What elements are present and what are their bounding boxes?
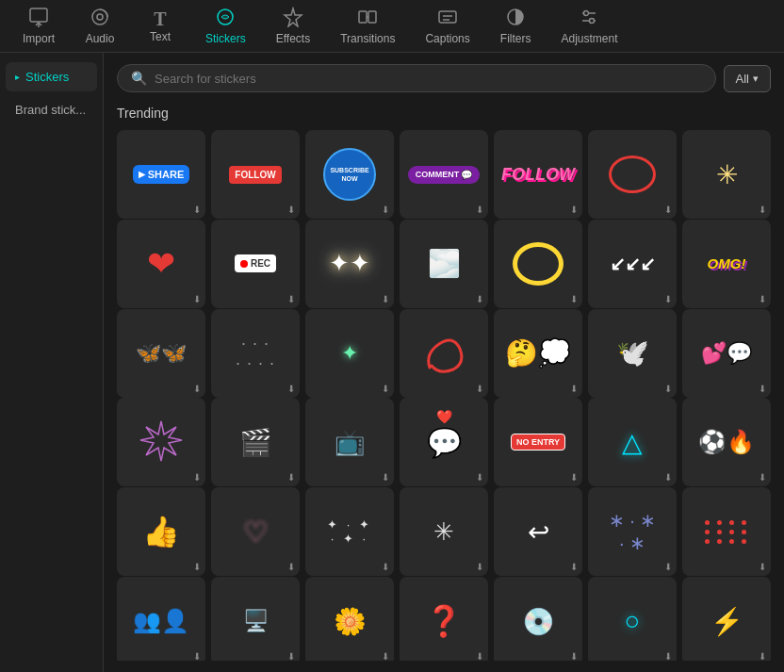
transitions-label: Transitions xyxy=(340,32,395,45)
download-icon: ⬇ xyxy=(664,205,672,215)
transitions-icon xyxy=(357,7,378,30)
sticker-tv[interactable]: 📺 ⬇ xyxy=(305,398,394,486)
sticker-follow-pink[interactable]: FOLLOW ⬇ xyxy=(494,130,582,219)
nav-item-captions[interactable]: Captions xyxy=(412,1,482,51)
download-icon: ⬇ xyxy=(287,562,295,572)
sticker-triangle-neon[interactable]: △ ⬇ xyxy=(588,398,677,486)
sticker-butterflies[interactable]: 🦋🦋 ⬇ xyxy=(117,309,205,398)
download-icon: ⬇ xyxy=(382,384,389,394)
stickers-icon xyxy=(215,7,236,30)
nav-item-stickers[interactable]: Stickers xyxy=(192,1,259,51)
sidebar-item-stickers[interactable]: ▸ Stickers xyxy=(6,62,97,91)
sticker-dove[interactable]: 🕊️ ⬇ xyxy=(588,309,677,398)
download-icon: ⬇ xyxy=(287,651,295,661)
sticker-no-entry[interactable]: NO ENTRY ⬇ xyxy=(494,398,582,486)
sticker-oval-red[interactable]: ⬇ xyxy=(588,130,677,219)
captions-icon xyxy=(437,7,458,30)
sticker-heart[interactable]: ❤ ⬇ xyxy=(117,220,205,308)
sticker-soft-heart[interactable]: ♡ ⬇ xyxy=(211,487,300,576)
download-icon: ⬇ xyxy=(193,294,201,304)
sticker-green-laser[interactable]: ✦ ⬇ xyxy=(305,309,394,398)
search-input-wrap[interactable]: 🔍 xyxy=(117,64,716,92)
sticker-hand[interactable]: 👍 ⬇ xyxy=(117,487,205,576)
download-icon: ⬇ xyxy=(759,205,766,215)
download-icon: ⬇ xyxy=(287,384,295,394)
adjustment-icon xyxy=(579,7,599,30)
nav-item-transitions[interactable]: Transitions xyxy=(327,1,408,51)
search-input[interactable] xyxy=(155,72,702,86)
sticker-crowd[interactable]: 👥👤 ⬇ xyxy=(117,577,205,661)
trending-label: Trending xyxy=(117,106,771,121)
download-icon: ⬇ xyxy=(382,205,389,215)
download-icon: ⬇ xyxy=(382,651,389,661)
sticker-clapper[interactable]: 🎬 ⬇ xyxy=(211,398,300,486)
download-icon: ⬇ xyxy=(193,562,201,572)
nav-item-text[interactable]: T Text xyxy=(132,4,188,49)
sticker-omg[interactable]: OMG! ⬇ xyxy=(682,220,771,308)
sticker-sparkles[interactable]: ✦ · ✦· ✦ · ⬇ xyxy=(305,487,394,576)
sticker-dots[interactable]: ⬇ xyxy=(682,487,771,576)
download-icon: ⬇ xyxy=(570,384,578,394)
svg-rect-0 xyxy=(30,8,47,22)
download-icon: ⬇ xyxy=(193,651,201,661)
text-icon: T xyxy=(154,9,166,28)
sticker-flower[interactable]: 🌼 ⬇ xyxy=(305,577,394,661)
nav-item-filters[interactable]: Filters xyxy=(487,1,545,51)
sticker-yellow-oval[interactable]: ⬇ xyxy=(494,220,582,308)
download-icon: ⬇ xyxy=(759,651,766,661)
sticker-circle-glow[interactable]: ○ ⬇ xyxy=(588,577,677,661)
sticker-window[interactable]: 🖥️ ⬇ xyxy=(211,577,300,661)
svg-marker-16 xyxy=(140,421,182,461)
sticker-soccer[interactable]: ⚽🔥 ⬇ xyxy=(682,398,771,486)
sticker-heart-bubble[interactable]: 💬 ❤️ ⬇ xyxy=(400,398,488,486)
sticker-question[interactable]: ❓ ⬇ xyxy=(400,577,488,661)
sticker-share[interactable]: SHARE ⬇ xyxy=(117,130,205,219)
download-icon: ⬇ xyxy=(382,294,389,304)
download-icon: ⬇ xyxy=(476,651,483,661)
nav-item-effects[interactable]: Effects xyxy=(263,1,323,51)
sticker-galaxy[interactable]: ∗ · ∗· ∗ ⬇ xyxy=(588,487,677,576)
sticker-think[interactable]: 🤔💭 ⬇ xyxy=(494,309,582,398)
sticker-sparkle[interactable]: ✳ ⬇ xyxy=(682,130,771,219)
import-label: Import xyxy=(23,32,55,45)
download-icon: ⬇ xyxy=(759,294,766,304)
sidebar-brand-label: Brand stick... xyxy=(15,103,86,117)
svg-point-14 xyxy=(584,11,589,16)
search-icon: 🔍 xyxy=(131,71,147,86)
audio-label: Audio xyxy=(86,32,115,45)
sticker-glare[interactable]: ✦✦ ⬇ xyxy=(305,220,394,308)
sticker-lightning[interactable]: ⚡ ⬇ xyxy=(682,577,771,661)
sticker-vinyl[interactable]: 💿 ⬇ xyxy=(494,577,582,661)
filters-icon xyxy=(505,7,526,30)
sticker-particles[interactable]: · · ·· · · · ⬇ xyxy=(211,309,300,398)
sticker-purple-burst[interactable]: 🌫️ ⬇ xyxy=(400,220,488,308)
all-button[interactable]: All ▾ xyxy=(724,65,771,92)
sidebar-item-brand[interactable]: Brand stick... xyxy=(6,95,97,124)
search-row: 🔍 All ▾ xyxy=(117,64,771,92)
effects-icon xyxy=(283,7,303,30)
sticker-arrows[interactable]: ↙↙↙ ⬇ xyxy=(588,220,677,308)
sticker-arrow-swirl[interactable]: ↩ ⬇ xyxy=(494,487,582,576)
sticker-heart-chat[interactable]: 💕💬 ⬇ xyxy=(682,309,771,398)
download-icon: ⬇ xyxy=(570,651,578,661)
sticker-grid: SHARE ⬇ FOLLOW ⬇ SUBSCRIBENOW ⬇ COMMENT … xyxy=(117,130,771,661)
sticker-cross-sparkle[interactable]: ✳ ⬇ xyxy=(400,487,488,576)
download-icon: ⬇ xyxy=(382,472,389,483)
sticker-rec[interactable]: REC ⬇ xyxy=(211,220,300,308)
download-icon: ⬇ xyxy=(570,205,578,215)
nav-item-import[interactable]: Import xyxy=(9,1,68,51)
download-icon: ⬇ xyxy=(476,562,483,572)
download-icon: ⬇ xyxy=(287,205,295,215)
sticker-star-burst[interactable]: ⬇ xyxy=(117,398,205,486)
nav-item-audio[interactable]: Audio xyxy=(72,1,128,51)
download-icon: ⬇ xyxy=(759,562,766,572)
sticker-follow-red[interactable]: FOLLOW ⬇ xyxy=(211,130,300,219)
sticker-subscribe[interactable]: SUBSCRIBENOW ⬇ xyxy=(305,130,394,219)
sticker-comment[interactable]: COMMENT ⬇ xyxy=(400,130,488,219)
sticker-red-swirl[interactable]: ⬇ xyxy=(400,309,488,398)
svg-rect-8 xyxy=(439,11,456,23)
arrow-icon: ▸ xyxy=(15,72,20,82)
download-icon: ⬇ xyxy=(570,294,578,304)
download-icon: ⬇ xyxy=(476,294,483,304)
nav-item-adjustment[interactable]: Adjustment xyxy=(547,1,630,51)
